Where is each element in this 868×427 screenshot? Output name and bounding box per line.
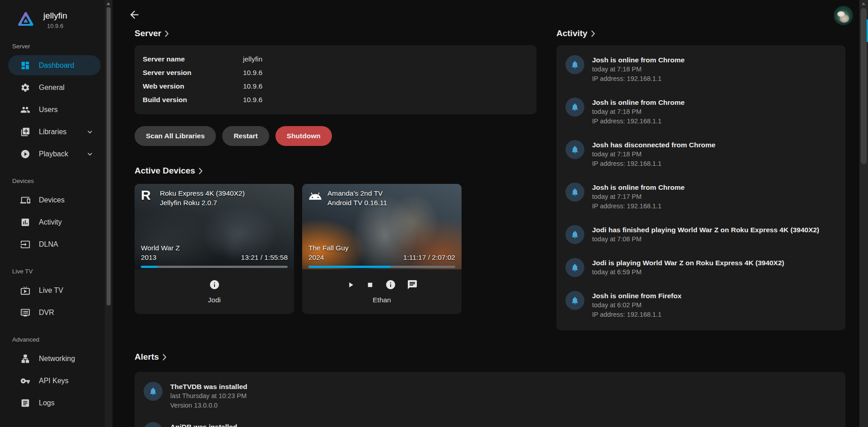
feed-entry-detail: Version 13.0.0.0: [170, 401, 247, 410]
playback-progress-fill: [141, 266, 158, 268]
server-heading-label: Server: [135, 28, 161, 38]
dvr-icon: [20, 308, 30, 318]
now-playing-backdrop: Amanda's 2nd TV Android TV 0.16.11 The F…: [302, 184, 462, 269]
sidebar-item-label: General: [39, 84, 65, 92]
device-header: R Roku Express 4K (3940X2) Jellyfin Roku…: [141, 188, 245, 207]
alerts-section: Alerts TheTVDB was installedlast Thursda…: [135, 352, 845, 427]
feed-entry-title: Josh is online from Chrome: [592, 55, 685, 65]
gear-icon: [20, 83, 30, 93]
feed-entry-ip: IP address: 192.168.1.1: [592, 117, 685, 126]
chevron-right-icon: [199, 168, 203, 174]
scan-all-libraries-button[interactable]: Scan All Libraries: [135, 126, 216, 146]
activity-heading[interactable]: Activity: [556, 28, 845, 38]
sidebar-item-playback[interactable]: Playback: [8, 144, 101, 164]
device-client: Android TV 0.16.11: [327, 198, 387, 207]
roku-r-icon: R: [141, 188, 154, 202]
server-name-label: Server name: [143, 55, 243, 63]
now-playing-info: World War Z 2013 13:21 / 1:55:58: [141, 243, 288, 262]
sidebar-item-users[interactable]: Users: [8, 99, 101, 120]
scroll-up-arrow[interactable]: [107, 2, 110, 5]
message-icon[interactable]: [407, 279, 418, 290]
sidebar-item-libraries[interactable]: Libraries: [8, 122, 101, 142]
bell-icon: [570, 60, 579, 69]
feed-entry-title: Josh is online from Chrome: [592, 183, 685, 192]
main-scrollbar[interactable]: [859, 0, 868, 427]
server-version-value: 10.9.6: [243, 69, 262, 77]
device-card-android-tv[interactable]: Amanda's 2nd TV Android TV 0.16.11 The F…: [302, 184, 462, 314]
build-version-label: Build version: [143, 96, 243, 104]
feed-entry-title: Jodi is playing World War Z on Roku Expr…: [592, 258, 784, 267]
restart-button[interactable]: Restart: [222, 126, 269, 146]
sidebar-scrollbar-thumb[interactable]: [107, 7, 111, 305]
sidebar-item-live-tv[interactable]: Live TV: [8, 280, 101, 300]
sidebar-item-logs[interactable]: Logs: [8, 393, 101, 413]
sidebar-scrollbar[interactable]: [105, 0, 112, 427]
bar-chart-icon: [20, 217, 30, 227]
app-title: jellyfin: [43, 11, 67, 21]
sidebar-item-dlna[interactable]: DLNA: [8, 234, 101, 254]
server-info-row: Server version 10.9.6: [143, 66, 528, 80]
app-version: 10.9.6: [47, 23, 67, 29]
feed-entry-title: Josh is online from Chrome: [592, 98, 685, 107]
sidebar-item-general[interactable]: General: [8, 77, 101, 98]
device-header: Amanda's 2nd TV Android TV 0.16.11: [308, 188, 387, 207]
sidebar-item-label: Networking: [39, 355, 75, 363]
sidebar-item-label: Dashboard: [39, 61, 74, 70]
device-controls: Jodi: [135, 269, 294, 314]
live-tv-icon: [20, 286, 30, 296]
info-icon[interactable]: [209, 279, 220, 290]
feed-entry-ip: IP address: 192.168.1.1: [592, 202, 685, 211]
server-section-heading[interactable]: Server: [135, 28, 537, 38]
people-icon: [20, 105, 30, 115]
sidebar-section-label-livetv: Live TV: [12, 268, 112, 275]
server-info-row: Build version 10.9.6: [143, 93, 528, 107]
info-icon[interactable]: [385, 279, 396, 290]
feed-entry-time: today at 6:02 PM: [592, 300, 681, 310]
sidebar-item-devices[interactable]: Devices: [8, 190, 101, 210]
feed-entry-time: today at 7:18 PM: [592, 107, 685, 117]
bell-icon: [570, 188, 579, 197]
device-card-roku[interactable]: R Roku Express 4K (3940X2) Jellyfin Roku…: [135, 184, 294, 314]
key-icon: [20, 376, 30, 386]
device-controls: Ethan: [302, 269, 462, 314]
sidebar-item-activity[interactable]: Activity: [8, 212, 101, 232]
sidebar-item-dashboard[interactable]: Dashboard: [8, 55, 101, 75]
feed-entry: Josh is online from Chrometoday at 7:17 …: [565, 183, 836, 211]
library-add-icon: [20, 127, 30, 137]
sidebar-item-networking[interactable]: Networking: [8, 348, 101, 369]
main-left-column: Server Server name jellyfin Server versi…: [135, 0, 537, 314]
scroll-up-arrow[interactable]: [862, 2, 865, 5]
sidebar-item-dvr[interactable]: DVR: [8, 302, 101, 323]
notification-avatar: [565, 291, 584, 310]
chevron-right-icon: [591, 30, 595, 37]
devices-icon: [20, 195, 30, 205]
feed-entry: Josh has disconnected from Chrometoday a…: [565, 140, 836, 169]
server-info-row: Server name jellyfin: [143, 52, 528, 66]
play-icon[interactable]: [346, 281, 355, 289]
sidebar-item-api-keys[interactable]: API Keys: [8, 371, 101, 391]
sidebar-item-label: DVR: [39, 309, 54, 317]
chevron-down-icon[interactable]: [85, 150, 94, 159]
active-devices-row: R Roku Express 4K (3940X2) Jellyfin Roku…: [135, 184, 537, 314]
shutdown-button[interactable]: Shutdown: [275, 126, 332, 146]
chevron-down-icon[interactable]: [85, 127, 94, 136]
stop-icon[interactable]: [366, 281, 374, 289]
main-scrollbar-thumb[interactable]: [861, 8, 867, 164]
bell-icon: [570, 296, 579, 305]
notification-avatar: [144, 382, 163, 401]
active-devices-heading[interactable]: Active Devices: [135, 166, 537, 176]
media-time: 13:21 / 1:55:58: [241, 253, 288, 262]
feed-entry-title: Jodi has finished playing World War Z on…: [592, 225, 819, 235]
notification-avatar: [565, 140, 584, 159]
feed-entry-time: today at 7:18 PM: [592, 65, 685, 74]
now-playing-info: The Fall Guy 2024 1:11:17 / 2:07:02: [308, 243, 455, 262]
jellyfin-logo-icon: [17, 11, 34, 28]
sidebar-item-label: Libraries: [39, 128, 66, 136]
activity-heading-label: Activity: [556, 28, 588, 38]
sidebar-item-label: Playback: [39, 150, 68, 158]
active-devices-heading-label: Active Devices: [135, 166, 195, 176]
activity-feed-card: Josh is online from Chrometoday at 7:18 …: [556, 45, 845, 330]
device-name: Amanda's 2nd TV: [327, 188, 387, 198]
alerts-heading[interactable]: Alerts: [135, 352, 845, 362]
feed-entry: TheTVDB was installedlast Thursday at 10…: [144, 382, 836, 410]
